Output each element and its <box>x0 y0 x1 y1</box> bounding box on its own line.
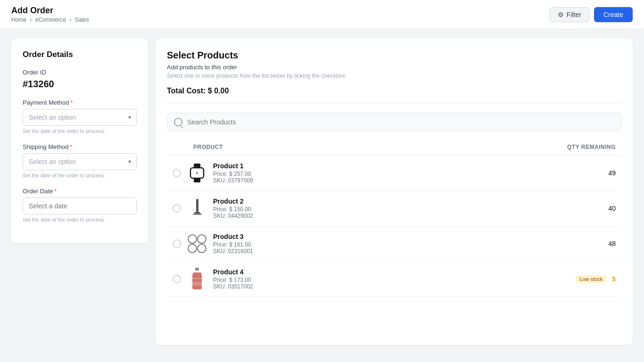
header-actions: ⚙ Filter Create <box>550 7 633 22</box>
shipping-method-label: Shipping Method * <box>23 143 137 150</box>
bottle-icon <box>191 268 203 290</box>
top-header: Add Order Home › eCommerce › Sales ⚙ Fil… <box>0 0 644 29</box>
product-3-info: Product 3 Price: $ 161.00 SKU: 02316001 <box>213 233 559 255</box>
breadcrumb-sales: Sales <box>75 16 89 23</box>
tools-icon <box>190 198 205 219</box>
order-details-panel: Order Details Order ID #13260 Payment Me… <box>11 39 148 243</box>
product-4-image <box>187 269 207 289</box>
page-title: Add Order <box>11 6 89 16</box>
order-id-value: #13260 <box>23 79 137 90</box>
total-cost-value: $ 0.00 <box>208 87 229 95</box>
product-1-price: Price: $ 257.00 <box>213 171 559 177</box>
add-products-hint: Select one or more products from the lis… <box>167 73 621 79</box>
breadcrumb-sep-1: › <box>30 16 32 23</box>
svg-rect-6 <box>193 214 202 215</box>
svg-rect-11 <box>195 268 199 271</box>
product-4-qty: Low stock 5 <box>559 275 616 283</box>
filter-label: Filter <box>567 11 581 18</box>
product-4-qty-value: 5 <box>612 275 616 283</box>
product-1-sku: SKU: 03797009 <box>213 177 559 184</box>
product-row: Product 2 Price: $ 150.00 SKU: 04429002 … <box>167 191 621 226</box>
payment-method-wrapper: Select an option ▾ <box>23 109 137 126</box>
shipping-method-wrapper: Select an option ▾ <box>23 153 137 170</box>
order-id-group: Order ID #13260 <box>23 69 137 90</box>
add-products-label: Add products to this order <box>167 64 621 71</box>
product-3-price: Price: $ 161.00 <box>213 241 559 248</box>
product-2-sku: SKU: 04429002 <box>213 213 559 219</box>
product-4-name: Product 4 <box>213 268 559 276</box>
svg-point-9 <box>188 244 197 253</box>
svg-rect-12 <box>192 278 202 279</box>
product-2-qty: 40 <box>559 205 616 212</box>
product-row: Product 4 Price: $ 173.00 SKU: 03517002 … <box>167 262 621 297</box>
product-1-name: Product 1 <box>213 162 559 170</box>
svg-point-8 <box>198 235 206 243</box>
product-4-checkbox[interactable] <box>173 275 181 283</box>
product-3-image <box>187 233 207 254</box>
product-row: Product 1 Price: $ 257.00 SKU: 03797009 … <box>167 156 621 191</box>
product-2-name: Product 2 <box>213 197 559 205</box>
order-date-label: Order Date * <box>23 188 137 195</box>
svg-rect-4 <box>196 199 198 213</box>
order-date-hint: Set the date of the order to process. <box>23 217 137 222</box>
order-date-input[interactable] <box>23 197 137 214</box>
product-2-price: Price: $ 150.00 <box>213 206 559 213</box>
payment-method-group: Payment Method * Select an option ▾ Set … <box>23 99 137 134</box>
main-content: Order Details Order ID #13260 Payment Me… <box>0 29 644 354</box>
breadcrumb: Home › eCommerce › Sales <box>11 16 89 23</box>
pattern-icon <box>187 233 207 254</box>
product-1-info: Product 1 Price: $ 257.00 SKU: 03797009 <box>213 162 559 184</box>
breadcrumb-home: Home <box>11 16 26 23</box>
product-4-price: Price: $ 173.00 <box>213 277 559 283</box>
order-date-group: Order Date * Set the date of the order t… <box>23 188 137 222</box>
product-3-checkbox[interactable] <box>173 239 181 248</box>
total-cost-label: Total Cost: <box>167 87 206 95</box>
watch-icon <box>188 163 206 183</box>
product-3-qty: 48 <box>559 240 616 247</box>
product-row: Product 3 Price: $ 161.00 SKU: 02316001 … <box>167 226 621 262</box>
low-stock-badge: Low stock <box>576 275 606 283</box>
product-2-info: Product 2 Price: $ 150.00 SKU: 04429002 <box>213 197 559 219</box>
shipping-method-select[interactable]: Select an option <box>23 153 137 170</box>
product-4-sku: SKU: 03517002 <box>213 283 559 290</box>
breadcrumb-ecommerce: eCommerce <box>35 16 66 23</box>
product-1-image <box>187 163 207 183</box>
product-1-checkbox[interactable] <box>173 169 181 177</box>
svg-rect-2 <box>194 178 200 182</box>
shipping-method-hint: Set the date of the order to process. <box>23 173 137 178</box>
shipping-required-star: * <box>70 143 73 150</box>
product-2-checkbox[interactable] <box>173 204 181 213</box>
svg-point-7 <box>188 235 197 243</box>
product-2-image <box>187 198 207 219</box>
svg-rect-1 <box>194 164 200 168</box>
shipping-method-group: Shipping Method * Select an option ▾ Set… <box>23 143 137 178</box>
search-input[interactable] <box>187 118 614 126</box>
col-product: PRODUCT <box>173 144 559 150</box>
breadcrumb-sep-2: › <box>69 16 71 23</box>
product-4-info: Product 4 Price: $ 173.00 SKU: 03517002 <box>213 268 559 290</box>
filter-icon: ⚙ <box>558 11 564 18</box>
date-required-star: * <box>54 188 57 195</box>
product-list: Product 1 Price: $ 257.00 SKU: 03797009 … <box>167 156 621 297</box>
filter-button[interactable]: ⚙ Filter <box>550 7 589 22</box>
total-cost: Total Cost: $ 0.00 <box>167 87 621 103</box>
svg-point-3 <box>197 173 198 174</box>
payment-method-label: Payment Method * <box>23 99 137 106</box>
payment-required-star: * <box>70 99 73 106</box>
svg-point-10 <box>198 244 206 253</box>
svg-rect-13 <box>192 282 202 286</box>
page-title-block: Add Order Home › eCommerce › Sales <box>11 6 89 23</box>
payment-method-select[interactable]: Select an option <box>23 109 137 126</box>
product-3-name: Product 3 <box>213 233 559 240</box>
search-icon <box>174 118 182 126</box>
products-table: PRODUCT QTY REMAINING <box>167 141 621 297</box>
table-header: PRODUCT QTY REMAINING <box>167 141 621 156</box>
create-button[interactable]: Create <box>594 7 633 22</box>
product-1-qty: 49 <box>559 169 616 177</box>
order-details-title: Order Details <box>23 50 137 59</box>
product-3-sku: SKU: 02316001 <box>213 248 559 255</box>
payment-method-hint: Set the date of the order to process. <box>23 128 137 134</box>
search-container <box>167 113 621 132</box>
select-products-title: Select Products <box>167 50 621 61</box>
col-qty-remaining: QTY REMAINING <box>559 144 616 150</box>
